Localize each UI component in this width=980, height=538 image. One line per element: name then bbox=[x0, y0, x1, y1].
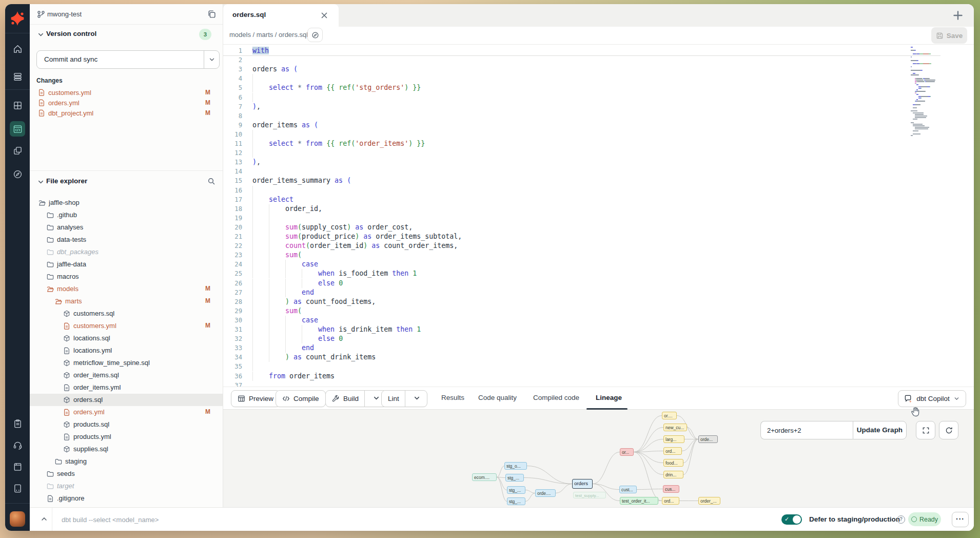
code-editor[interactable]: 1with23orders as (45 select * from {{ re… bbox=[223, 44, 974, 387]
code-line: end bbox=[252, 343, 314, 353]
sidebar-item-home[interactable] bbox=[10, 41, 25, 56]
file-tree-item-metricflow_time_spine.sql[interactable]: metricflow_time_spine.sql bbox=[30, 357, 223, 369]
sidebar-item-environments[interactable] bbox=[10, 69, 25, 84]
sidebar-item-notifications[interactable] bbox=[10, 481, 25, 496]
commit-dropdown-chevron[interactable] bbox=[204, 51, 219, 68]
file-tree-item-target[interactable]: target bbox=[30, 480, 223, 492]
lineage-node-ghost[interactable]: test_supply... bbox=[573, 492, 606, 498]
commit-and-sync-button[interactable]: Commit and sync bbox=[36, 50, 220, 69]
sidebar-item-support[interactable] bbox=[10, 437, 25, 453]
file-tree-item-marts[interactable]: martsM bbox=[30, 295, 223, 308]
copilot-label: dbt Copilot bbox=[916, 395, 950, 402]
file-tree-item-products.sql[interactable]: products.sql bbox=[30, 418, 223, 431]
sidebar-item-tasks[interactable] bbox=[10, 416, 25, 431]
file-tree-item-supplies.sql[interactable]: supplies.sql bbox=[30, 443, 223, 455]
line-number: 35 bbox=[223, 362, 242, 371]
lineage-panel[interactable]: ecom....stg_o...stg_...stg_...stg_...ord… bbox=[223, 410, 974, 507]
file-tree-item-orders.yml[interactable]: orders.ymlM bbox=[30, 406, 223, 418]
refresh-graph-button[interactable] bbox=[939, 421, 958, 439]
sidebar-item-dashboard[interactable] bbox=[10, 98, 25, 113]
file-tree-item-macros[interactable]: macros bbox=[30, 271, 223, 283]
copy-icon[interactable] bbox=[207, 10, 216, 18]
file-tree-item-locations.sql[interactable]: locations.sql bbox=[30, 332, 223, 344]
file-tree-item-data-tests[interactable]: data-tests bbox=[30, 234, 223, 246]
file-tree-item-.gitignore[interactable]: .gitignore bbox=[30, 492, 223, 505]
file-tree-item-customers.yml[interactable]: customers.ymlM bbox=[30, 320, 223, 332]
lineage-node-larg[interactable]: larg... bbox=[663, 435, 684, 443]
lineage-node-stg_o[interactable]: stg_o... bbox=[504, 462, 527, 470]
tab-code-quality[interactable]: Code quality bbox=[478, 394, 517, 401]
save-button[interactable]: Save bbox=[931, 27, 967, 44]
file-tree-item-analyses[interactable]: analyses bbox=[30, 221, 223, 234]
sidebar-item-explore[interactable] bbox=[10, 166, 25, 182]
build-dropdown-chevron[interactable] bbox=[368, 394, 380, 404]
changed-file-customers.yml[interactable]: customers.ymlM bbox=[30, 88, 223, 98]
file-tree-item-.github[interactable]: .github bbox=[30, 209, 223, 221]
compile-button[interactable]: Compile bbox=[276, 390, 326, 407]
sidebar-item-ide[interactable] bbox=[10, 121, 25, 137]
chevron-down-icon[interactable] bbox=[37, 178, 45, 186]
line-number: 15 bbox=[223, 176, 242, 185]
file-tree-item-products.yml[interactable]: products.yml bbox=[30, 431, 223, 443]
more-options-button[interactable]: ··· bbox=[952, 512, 969, 527]
file-tree-item-order_items.yml[interactable]: order_items.yml bbox=[30, 381, 223, 394]
sidebar-item-docs[interactable] bbox=[10, 459, 25, 474]
file-tree-item-customers.sql[interactable]: customers.sql bbox=[30, 308, 223, 320]
file-tree-item-orders.sql[interactable]: orders.sql bbox=[30, 394, 223, 406]
lineage-node-new_cu[interactable]: new_cu... bbox=[663, 424, 687, 431]
lineage-node-ord_b[interactable]: ord... bbox=[662, 497, 679, 505]
lineage-node-cust[interactable]: cust... bbox=[619, 486, 637, 493]
lineage-node-or_p[interactable]: or... bbox=[620, 448, 634, 456]
lineage-node-drin[interactable]: drin... bbox=[663, 471, 683, 478]
lineage-node-orde_a[interactable]: orde.... bbox=[535, 489, 556, 497]
lineage-node-stg_c[interactable]: stg_... bbox=[507, 486, 525, 494]
lineage-node-orders[interactable]: orders bbox=[572, 479, 593, 489]
tab-results[interactable]: Results bbox=[441, 394, 464, 401]
chevron-down-icon[interactable] bbox=[37, 31, 45, 39]
lint-dropdown-chevron[interactable] bbox=[408, 394, 421, 404]
lineage-node-cus_p[interactable]: cus... bbox=[663, 485, 679, 493]
lineage-node-ord_a[interactable]: ord... bbox=[663, 447, 682, 455]
editor-minimap[interactable] bbox=[911, 47, 942, 137]
preview-button[interactable]: Preview bbox=[231, 390, 280, 407]
lineage-node-stg_d[interactable]: stg_... bbox=[507, 497, 525, 505]
lint-button[interactable]: Lint bbox=[381, 390, 427, 407]
lineage-node-or_y[interactable]: or.... bbox=[662, 412, 677, 419]
divider bbox=[405, 391, 405, 407]
file-tree-item-locations.yml[interactable]: locations.yml bbox=[30, 344, 223, 357]
file-tree-item-seeds[interactable]: seeds bbox=[30, 468, 223, 480]
lineage-node-ecom[interactable]: ecom.... bbox=[472, 473, 497, 481]
sidebar-item-projects[interactable] bbox=[10, 143, 25, 158]
changed-file-orders.yml[interactable]: orders.ymlM bbox=[30, 98, 223, 108]
update-graph-button[interactable]: Update Graph bbox=[853, 421, 907, 439]
defer-toggle[interactable]: ✓ bbox=[781, 514, 802, 525]
fullscreen-button[interactable] bbox=[916, 421, 935, 439]
tab-lineage[interactable]: Lineage bbox=[596, 394, 622, 401]
dbt-copilot-button[interactable]: dbt Copilot bbox=[898, 390, 966, 407]
lineage-selector-input[interactable] bbox=[760, 421, 853, 439]
tab-compiled-code[interactable]: Compiled code bbox=[533, 394, 579, 401]
lineage-node-test_o[interactable]: test_order_it... bbox=[620, 497, 658, 505]
file-tree-item-staging[interactable]: staging bbox=[30, 455, 223, 468]
changed-file-dbt_project.yml[interactable]: dbt_project.ymlM bbox=[30, 108, 223, 119]
view-lineage-icon[interactable] bbox=[307, 28, 323, 42]
user-avatar[interactable] bbox=[10, 511, 25, 527]
close-icon[interactable] bbox=[320, 11, 329, 20]
file-tree-item-dbt_packages[interactable]: dbt_packages bbox=[30, 246, 223, 258]
lineage-node-orde_g[interactable]: orde... bbox=[698, 435, 718, 443]
file-tree-item-jaffle-data[interactable]: jaffle-data bbox=[30, 258, 223, 271]
help-icon[interactable]: ? bbox=[897, 515, 905, 524]
lineage-node-food[interactable]: food... bbox=[663, 459, 683, 467]
tab-orders-sql[interactable]: orders.sql bbox=[223, 4, 339, 27]
chevron-up-icon[interactable] bbox=[40, 515, 48, 523]
file-tree-item-jaffle-shop[interactable]: jaffle-shop bbox=[30, 197, 223, 209]
file-tree-item-models[interactable]: modelsM bbox=[30, 283, 223, 295]
divider bbox=[5, 33, 30, 33]
search-icon[interactable] bbox=[207, 177, 215, 185]
file-tree-item-order_items.sql[interactable]: order_items.sql bbox=[30, 369, 223, 381]
new-tab-icon[interactable] bbox=[952, 9, 964, 22]
lineage-node-order_c[interactable]: order_... bbox=[698, 497, 720, 505]
dbt-command-input[interactable] bbox=[62, 512, 421, 527]
lineage-node-stg_b[interactable]: stg_... bbox=[505, 474, 524, 482]
build-button[interactable]: Build bbox=[325, 390, 387, 407]
